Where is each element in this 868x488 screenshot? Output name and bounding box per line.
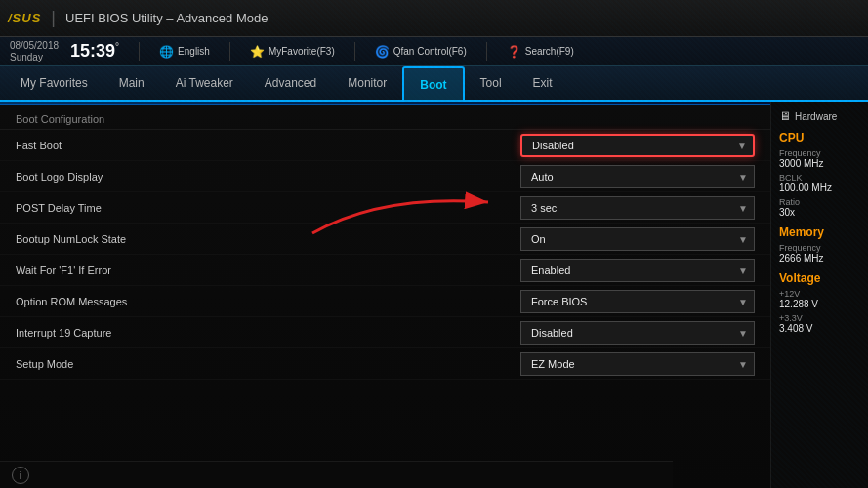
row-label-interrupt19: Interrupt 19 Capture — [16, 327, 520, 339]
ratio-label: Ratio — [779, 197, 860, 207]
numlock-dropdown-container: On ▼ — [520, 227, 755, 251]
fast-boot-dropdown[interactable]: Disabled ▼ — [520, 134, 755, 157]
v33-label: +3.3V — [779, 313, 860, 323]
sidebar-header-label: Hardware — [795, 111, 837, 122]
v33-value: 3.408 V — [779, 323, 860, 334]
dropdown-arrow-6: ▼ — [738, 327, 748, 338]
myfavorites-button[interactable]: ⭐ MyFavorite(F3) — [250, 45, 335, 59]
interrupt19-dropdown-container: Disabled ▼ — [520, 321, 755, 345]
favorites-icon: ⭐ — [250, 45, 265, 59]
option-rom-dropdown-container: Force BIOS ▼ — [520, 290, 755, 313]
setup-mode-dropdown-container: EZ Mode ▼ — [520, 352, 755, 376]
boot-logo-value: Auto — [531, 171, 554, 183]
row-label-post-delay: POST Delay Time — [16, 202, 520, 214]
monitor-icon: 🖥 — [779, 109, 791, 123]
header-title: UEFI BIOS Utility – Advanced Mode — [65, 11, 268, 25]
fan-icon: 🌀 — [375, 45, 390, 59]
qfan-button[interactable]: 🌀 Qfan Control(F6) — [375, 45, 467, 59]
time-value: 15:39 — [70, 41, 115, 61]
search-button[interactable]: ❓ Search(F9) — [507, 45, 574, 59]
row-label-fast-boot: Fast Boot — [16, 140, 520, 151]
nav-boot[interactable]: Boot — [402, 66, 464, 102]
wait-f1-dropdown-container: Enabled ▼ — [520, 259, 755, 282]
nav-advanced[interactable]: Advanced — [249, 66, 332, 100]
table-row: Wait For 'F1' If Error Enabled ▼ — [0, 255, 770, 286]
content-area: Boot Configuration Fast Boot Disabled ▼ … — [0, 102, 770, 488]
row-label-wait-f1: Wait For 'F1' If Error — [16, 264, 520, 276]
row-label-option-rom: Option ROM Messages — [16, 296, 520, 307]
language-label: English — [178, 46, 210, 57]
ratio-value: 30x — [779, 207, 860, 218]
section-title: Boot Configuration — [0, 105, 770, 130]
v12-label: +12V — [779, 289, 860, 299]
nav-ai-tweaker[interactable]: Ai Tweaker — [160, 66, 249, 100]
setup-mode-value: EZ Mode — [531, 358, 575, 370]
nav-monitor[interactable]: Monitor — [332, 66, 402, 100]
dropdown-arrow-5: ▼ — [738, 296, 748, 306]
sidebar-header: 🖥 Hardware — [779, 109, 860, 123]
option-rom-dropdown[interactable]: Force BIOS ▼ — [520, 290, 755, 313]
qfan-label: Qfan Control(F6) — [393, 46, 467, 57]
logo-divider: | — [51, 8, 56, 28]
interrupt19-value: Disabled — [531, 327, 573, 339]
table-row: Interrupt 19 Capture Disabled ▼ — [0, 317, 770, 348]
nav-main[interactable]: Main — [103, 66, 160, 100]
wait-f1-dropdown[interactable]: Enabled ▼ — [520, 259, 755, 282]
info-bar: i — [0, 461, 673, 488]
bclk-value: 100.00 MHz — [779, 183, 860, 193]
cpu-frequency-label: Frequency — [779, 148, 860, 158]
table-row: Bootup NumLock State On ▼ — [0, 224, 770, 255]
fast-boot-dropdown-container: Disabled ▼ — [520, 134, 755, 157]
nav-my-favorites[interactable]: My Favorites — [5, 66, 103, 100]
status-bar: 08/05/2018 Sunday 15:39° 🌐 English ⭐ MyF… — [0, 37, 868, 66]
date-line2: Sunday — [10, 52, 59, 63]
cpu-section-title: CPU — [779, 131, 860, 144]
dropdown-arrow-4: ▼ — [738, 264, 748, 275]
mem-frequency-value: 2666 MHz — [779, 253, 860, 264]
setup-mode-dropdown[interactable]: EZ Mode ▼ — [520, 352, 755, 376]
numlock-dropdown[interactable]: On ▼ — [520, 227, 755, 251]
dropdown-arrow-7: ▼ — [738, 358, 748, 369]
nav-exit[interactable]: Exit — [517, 66, 568, 100]
header-bar: /SUS | UEFI BIOS Utility – Advanced Mode — [0, 0, 868, 37]
post-delay-value: 3 sec — [531, 202, 557, 214]
dropdown-arrow-0: ▼ — [737, 140, 747, 150]
bclk-label: BCLK — [779, 173, 860, 183]
memory-section-title: Memory — [779, 225, 860, 239]
voltage-section-title: Voltage — [779, 271, 860, 285]
logo: /SUS — [8, 11, 41, 25]
table-row: Fast Boot Disabled ▼ — [0, 130, 770, 161]
status-divider-2 — [229, 42, 230, 61]
date-line1: 08/05/2018 — [10, 40, 59, 52]
main-area: Boot Configuration Fast Boot Disabled ▼ … — [0, 102, 868, 488]
nav-bar: My Favorites Main Ai Tweaker Advanced Mo… — [0, 66, 868, 102]
nav-tool[interactable]: Tool — [465, 66, 517, 100]
row-label-setup-mode: Setup Mode — [16, 358, 520, 370]
post-delay-dropdown[interactable]: 3 sec ▼ — [520, 196, 755, 220]
status-divider-3 — [354, 42, 355, 61]
globe-icon: 🌐 — [159, 45, 174, 59]
interrupt19-dropdown[interactable]: Disabled ▼ — [520, 321, 755, 345]
post-delay-dropdown-container: 3 sec ▼ — [520, 196, 755, 220]
info-button[interactable]: i — [12, 467, 29, 484]
dropdown-arrow-2: ▼ — [738, 202, 748, 213]
boot-logo-dropdown-container: Auto ▼ — [520, 165, 755, 188]
fast-boot-value: Disabled — [532, 140, 574, 151]
status-divider-1 — [139, 42, 140, 61]
table-row: Boot Logo Display Auto ▼ — [0, 161, 770, 192]
settings-table: Fast Boot Disabled ▼ Boot Logo Display A… — [0, 130, 770, 380]
boot-logo-dropdown[interactable]: Auto ▼ — [520, 165, 755, 188]
wait-f1-value: Enabled — [531, 264, 570, 276]
logo-text: /SUS — [8, 11, 41, 25]
numlock-value: On — [531, 233, 546, 245]
search-icon: ❓ — [507, 45, 521, 59]
status-divider-4 — [486, 42, 487, 61]
table-row: Setup Mode EZ Mode ▼ — [0, 348, 770, 380]
row-label-numlock: Bootup NumLock State — [16, 233, 520, 245]
myfavorites-label: MyFavorite(F3) — [269, 46, 335, 57]
language-selector[interactable]: 🌐 English — [159, 45, 210, 59]
table-row: Option ROM Messages Force BIOS ▼ — [0, 286, 770, 317]
dropdown-arrow-1: ▼ — [738, 171, 748, 182]
mem-frequency-label: Frequency — [779, 243, 860, 253]
date-time-block: 08/05/2018 Sunday 15:39° — [10, 40, 119, 63]
